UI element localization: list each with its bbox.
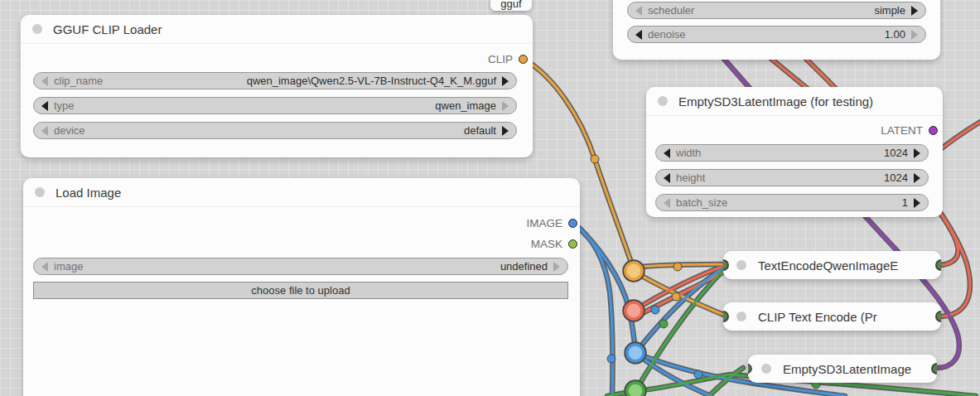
decrement-arrow-icon[interactable] bbox=[664, 173, 670, 183]
node-titlebar[interactable]: EmptySD3LatentImage (for testing) bbox=[646, 87, 943, 116]
widget-scheduler[interactable]: scheduler simple bbox=[627, 2, 926, 19]
collapse-dot-icon[interactable] bbox=[736, 311, 746, 321]
collapsed-node-gguf[interactable]: gguf bbox=[490, 0, 532, 11]
slot-label: MASK bbox=[531, 238, 562, 250]
increment-arrow-icon[interactable] bbox=[911, 30, 918, 40]
node-titlebar[interactable]: Load Image bbox=[23, 178, 580, 207]
collapsed-output-dot[interactable] bbox=[931, 363, 937, 374]
widget-image[interactable]: image undefined bbox=[33, 258, 568, 275]
node-title: GGUF CLIP Loader bbox=[53, 22, 162, 36]
node-gguf-clip-loader[interactable]: GGUF CLIP Loader CLIP clip_name qwen_ima… bbox=[21, 15, 533, 157]
widget-label: clip_name bbox=[54, 75, 103, 87]
widget-width[interactable]: width 1024 bbox=[655, 144, 929, 162]
decrement-arrow-icon[interactable] bbox=[635, 30, 642, 40]
node-text-encode-qwen-image[interactable]: TextEncodeQwenImageE bbox=[723, 251, 941, 279]
node-empty-sd3-latent-testing[interactable]: EmptySD3LatentImage (for testing) LATENT… bbox=[646, 87, 943, 217]
node-title: Load Image bbox=[56, 186, 121, 200]
increment-arrow-icon[interactable] bbox=[502, 101, 509, 111]
image-output-dot[interactable] bbox=[568, 219, 577, 228]
collapse-dot-icon[interactable] bbox=[761, 364, 771, 374]
collapsed-output-dot[interactable] bbox=[935, 259, 941, 271]
link-dot-blue[interactable] bbox=[694, 370, 702, 379]
node-titlebar[interactable]: GGUF CLIP Loader bbox=[21, 15, 533, 44]
increment-arrow-icon[interactable] bbox=[502, 126, 509, 136]
decrement-arrow-icon[interactable] bbox=[664, 198, 670, 208]
widget-label: scheduler bbox=[648, 4, 694, 17]
collapse-dot-icon[interactable] bbox=[35, 187, 45, 197]
widget-label: height bbox=[676, 171, 705, 184]
reroute-orange[interactable] bbox=[624, 261, 644, 282]
output-slot-clip[interactable]: CLIP bbox=[488, 53, 528, 65]
collapsed-output-dot[interactable] bbox=[935, 311, 941, 322]
decrement-arrow-icon[interactable] bbox=[41, 262, 48, 272]
reroute-blue[interactable] bbox=[625, 343, 646, 364]
choose-file-button[interactable]: choose file to upload bbox=[33, 282, 568, 299]
widget-height[interactable]: height 1024 bbox=[655, 169, 929, 186]
node-title: TextEncodeQwenImageE bbox=[758, 258, 898, 273]
node-title: EmptySD3LatentImage (for testing) bbox=[678, 94, 873, 109]
node-title: CLIP Text Encode (Pr bbox=[758, 310, 877, 324]
link-dot-blue[interactable] bbox=[607, 355, 616, 363]
slot-label: CLIP bbox=[488, 53, 513, 65]
widget-value: 1.00 bbox=[885, 28, 905, 41]
collapse-dot-icon[interactable] bbox=[32, 24, 42, 34]
collapsed-input-dot[interactable] bbox=[723, 311, 729, 322]
decrement-arrow-icon[interactable] bbox=[41, 76, 48, 86]
increment-arrow-icon[interactable] bbox=[914, 173, 920, 183]
widget-label: type bbox=[54, 99, 75, 112]
widget-value: simple bbox=[874, 4, 905, 17]
output-slot-image[interactable]: IMAGE bbox=[526, 217, 577, 229]
widget-label: width bbox=[676, 147, 701, 159]
clip-output-dot[interactable] bbox=[519, 55, 528, 64]
widget-label: denoise bbox=[648, 28, 686, 41]
widget-value: qwen_image\Qwen2.5-VL-7B-Instruct-Q4_K_M… bbox=[247, 75, 496, 87]
link-dot-orange[interactable] bbox=[591, 155, 599, 163]
increment-arrow-icon[interactable] bbox=[553, 262, 560, 272]
widget-value: 1 bbox=[902, 196, 908, 209]
slot-label: IMAGE bbox=[526, 217, 562, 229]
decrement-arrow-icon[interactable] bbox=[41, 101, 48, 111]
widget-batch-size[interactable]: batch_size 1 bbox=[655, 194, 929, 211]
widget-type[interactable]: type qwen_image bbox=[33, 97, 517, 114]
decrement-arrow-icon[interactable] bbox=[635, 6, 642, 16]
slot-label: LATENT bbox=[881, 124, 923, 137]
node-graph-canvas[interactable]: gguf GGUF CLIP Loader CLIP clip_name qwe… bbox=[0, 0, 980, 396]
widget-denoise[interactable]: denoise 1.00 bbox=[627, 26, 926, 43]
widget-label: image bbox=[54, 260, 83, 273]
increment-arrow-icon[interactable] bbox=[911, 6, 918, 16]
output-slot-latent[interactable]: LATENT bbox=[881, 124, 938, 136]
increment-arrow-icon[interactable] bbox=[502, 76, 509, 86]
choose-file-button-label: choose file to upload bbox=[251, 284, 350, 297]
node-title: EmptySD3LatentImage bbox=[783, 362, 911, 376]
link-dot-orange[interactable] bbox=[672, 292, 680, 301]
node-sampler-partial[interactable]: scheduler simple denoise 1.00 bbox=[613, 0, 940, 60]
mask-output-dot[interactable] bbox=[568, 239, 577, 249]
widget-clip-name[interactable]: clip_name qwen_image\Qwen2.5-VL-7B-Instr… bbox=[33, 72, 517, 89]
widget-label: device bbox=[54, 124, 85, 137]
widget-value: default bbox=[464, 124, 496, 137]
link-dot-green[interactable] bbox=[659, 320, 668, 328]
widget-value: 1024 bbox=[884, 147, 908, 159]
gguf-badge-label: gguf bbox=[500, 0, 521, 10]
collapse-dot-icon[interactable] bbox=[736, 260, 746, 270]
increment-arrow-icon[interactable] bbox=[914, 198, 920, 208]
collapse-dot-icon[interactable] bbox=[658, 96, 668, 106]
widget-device[interactable]: device default bbox=[33, 122, 517, 139]
collapsed-input-dot[interactable] bbox=[748, 363, 752, 374]
decrement-arrow-icon[interactable] bbox=[664, 148, 670, 158]
link-dot-orange[interactable] bbox=[673, 263, 682, 271]
output-slot-mask[interactable]: MASK bbox=[531, 238, 577, 249]
node-empty-sd3-latent-collapsed[interactable]: EmptySD3LatentImage bbox=[748, 355, 937, 383]
node-load-image[interactable]: Load Image IMAGE MASK image undefined ch… bbox=[23, 178, 580, 396]
reroute-red[interactable] bbox=[624, 301, 644, 321]
increment-arrow-icon[interactable] bbox=[914, 148, 920, 158]
widget-value: 1024 bbox=[884, 171, 908, 184]
decrement-arrow-icon[interactable] bbox=[41, 126, 48, 136]
node-clip-text-encode[interactable]: CLIP Text Encode (Pr bbox=[723, 302, 941, 331]
link-dot-blue[interactable] bbox=[651, 306, 659, 314]
widget-value: undefined bbox=[500, 260, 548, 273]
reroute-green[interactable] bbox=[625, 381, 646, 396]
latent-output-dot[interactable] bbox=[929, 126, 938, 135]
collapsed-input-dot[interactable] bbox=[723, 259, 729, 271]
widget-label: batch_size bbox=[676, 196, 727, 209]
